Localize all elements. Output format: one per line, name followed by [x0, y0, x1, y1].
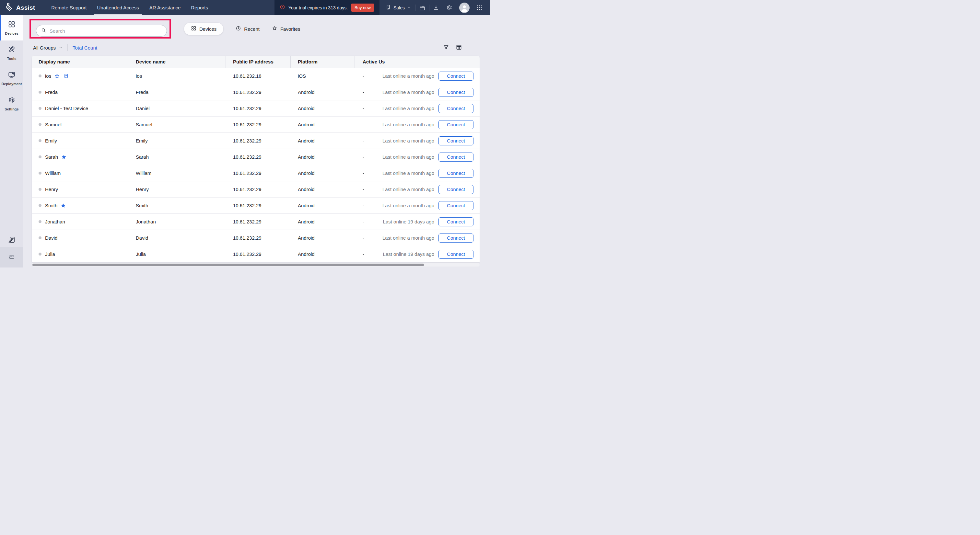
device-name: Sarah	[128, 149, 226, 165]
sidebar-item-settings[interactable]: Settings	[0, 91, 23, 116]
status-dot-offline	[38, 156, 41, 158]
public-ip: 10.61.232.29	[226, 165, 291, 181]
connect-button[interactable]: Connect	[439, 185, 474, 194]
connect-button[interactable]: Connect	[439, 250, 474, 259]
favorite-star-icon[interactable]	[61, 154, 67, 160]
column-header-public-ip-address[interactable]: Public IP address	[226, 56, 291, 68]
device-name: Jonathan	[128, 214, 226, 230]
table-row[interactable]: iosios10.61.232.18iOS-Last online a mont…	[32, 68, 480, 84]
connect-button[interactable]: Connect	[439, 169, 474, 178]
active-users: -	[363, 122, 364, 127]
connect-button[interactable]: Connect	[439, 104, 474, 113]
status-dot-offline	[38, 252, 41, 256]
active-users: -	[363, 138, 364, 143]
nav-item-remote-support[interactable]: Remote Support	[46, 0, 92, 15]
nav-item-unattended-access[interactable]: Unattended Access	[92, 0, 144, 15]
favorite-star-icon[interactable]	[60, 203, 66, 208]
group-filter-dropdown[interactable]: All Groups	[33, 45, 62, 51]
trial-banner: Your trial expires in 313 days. Buy now	[275, 0, 380, 15]
public-ip: 10.61.232.29	[226, 214, 291, 230]
display-name: Smith	[45, 203, 57, 208]
table-row[interactable]: JuliaJulia10.61.232.29Android-Last onlin…	[32, 246, 480, 262]
apps-grid-icon[interactable]	[476, 5, 482, 11]
horizontal-scrollbar[interactable]	[32, 263, 480, 267]
table-actions	[443, 44, 462, 51]
sidebar-item-tools[interactable]: Tools	[0, 40, 23, 66]
active-users: -	[363, 251, 364, 257]
connect-button[interactable]: Connect	[439, 137, 474, 145]
search-icon	[41, 27, 46, 34]
status-dot-offline	[38, 171, 41, 175]
divider	[429, 5, 430, 11]
org-selector[interactable]: Sales	[385, 4, 410, 11]
table-row[interactable]: Daniel - Test DeviceDaniel10.61.232.29An…	[32, 100, 480, 117]
devices-icon	[8, 21, 16, 30]
table-row[interactable]: SamuelSamuel10.61.232.29Android-Last onl…	[32, 117, 480, 133]
total-count-link[interactable]: Total Count	[73, 45, 97, 51]
last-online-status: Last online 19 days ago	[383, 219, 434, 224]
table-row[interactable]: HenryHenry10.61.232.29Android-Last onlin…	[32, 181, 480, 198]
nav-item-reports[interactable]: Reports	[186, 0, 213, 15]
device-name: Henry	[128, 181, 226, 197]
public-ip: 10.61.232.29	[226, 117, 291, 132]
connect-button[interactable]: Connect	[439, 233, 474, 243]
files-button[interactable]	[419, 5, 425, 11]
status-dot-offline	[38, 188, 41, 191]
public-ip: 10.61.232.18	[226, 68, 291, 84]
tab-favorites[interactable]: Favorites	[272, 25, 301, 32]
connect-button[interactable]: Connect	[439, 120, 474, 129]
assist-logo-icon	[5, 3, 13, 13]
download-button[interactable]	[433, 5, 439, 11]
table-row[interactable]: EmilyEmily10.61.232.29Android-Last onlin…	[32, 133, 480, 149]
public-ip: 10.61.232.29	[226, 181, 291, 197]
table-row[interactable]: SmithSmith10.61.232.29Android-Last onlin…	[32, 198, 480, 214]
scrollbar-thumb[interactable]	[32, 264, 424, 266]
favorite-star-outline-icon[interactable]	[54, 73, 60, 79]
display-name: Daniel - Test Device	[45, 106, 88, 111]
sidebar-item-deployment[interactable]: Deployment	[0, 66, 23, 91]
search-input[interactable]	[36, 25, 167, 37]
display-name: Henry	[45, 187, 58, 192]
display-name: Sarah	[45, 154, 58, 160]
chevron-down-icon	[407, 5, 410, 11]
connect-button[interactable]: Connect	[439, 88, 474, 97]
column-header-device-name[interactable]: Device name	[128, 56, 226, 68]
connect-button[interactable]: Connect	[439, 201, 474, 210]
last-online-status: Last online a month ago	[382, 138, 434, 143]
top-navbar: Assist Remote SupportUnattended AccessAR…	[0, 0, 490, 15]
search-field[interactable]	[49, 28, 162, 34]
connect-button[interactable]: Connect	[439, 217, 474, 226]
warning-icon	[280, 4, 285, 11]
sidebar-item-devices[interactable]: Devices	[0, 15, 23, 40]
organization-icon	[385, 4, 391, 11]
nav-item-ar-assistance[interactable]: AR Assistance	[144, 0, 186, 15]
buy-now-button[interactable]: Buy now	[351, 3, 374, 12]
notes-feedback-icon[interactable]	[0, 233, 23, 247]
last-online-status: Last online a month ago	[382, 89, 434, 95]
filter-funnel-icon[interactable]	[443, 44, 449, 51]
tab-recent[interactable]: Recent	[235, 25, 259, 32]
connect-button[interactable]: Connect	[439, 71, 474, 81]
table-row[interactable]: FredaFreda10.61.232.29Android-Last onlin…	[32, 84, 480, 100]
column-header-active-us[interactable]: Active Us	[355, 56, 480, 68]
connect-button[interactable]: Connect	[439, 152, 474, 162]
brand: Assist	[0, 3, 35, 13]
table-row[interactable]: JonathanJonathan10.61.232.29Android-Last…	[32, 214, 480, 230]
table-body: iosios10.61.232.18iOS-Last online a mont…	[32, 68, 480, 262]
table-row[interactable]: SarahSarah10.61.232.29Android-Last onlin…	[32, 149, 480, 165]
column-header-platform[interactable]: Platform	[291, 56, 355, 68]
table-row[interactable]: DavidDavid10.61.232.29Android-Last onlin…	[32, 230, 480, 246]
collapse-sidebar-icon[interactable]	[8, 253, 15, 261]
trial-message: Your trial expires in 313 days.	[288, 5, 348, 10]
device-name: ios	[128, 68, 226, 84]
tab-devices[interactable]: Devices	[184, 23, 223, 35]
column-header-display-name[interactable]: Display name	[32, 56, 128, 68]
status-dot-offline	[38, 123, 41, 126]
add-note-icon[interactable]	[63, 73, 68, 79]
user-avatar[interactable]	[459, 3, 469, 13]
active-users: -	[363, 106, 364, 111]
chevron-down-icon	[59, 45, 62, 51]
manage-columns-icon[interactable]	[456, 44, 462, 51]
settings-gear-button[interactable]	[446, 5, 452, 11]
table-row[interactable]: WilliamWilliam10.61.232.29Android-Last o…	[32, 165, 480, 181]
